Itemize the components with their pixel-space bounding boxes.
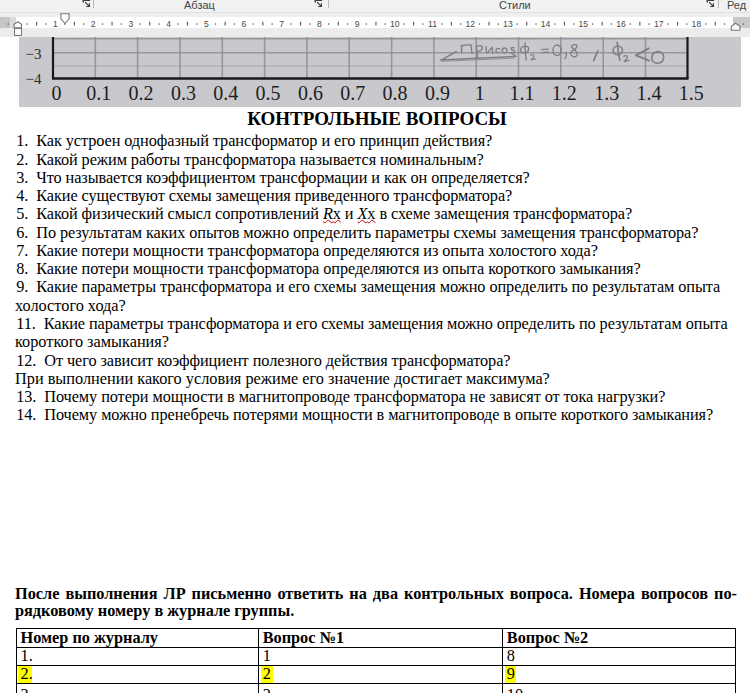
svg-text:0.1: 0.1 [86,82,111,104]
svg-text:3: 3 [129,19,134,29]
svg-text:0: 0 [52,82,62,104]
svg-text:1: 1 [475,82,485,104]
svg-text:11: 11 [428,19,437,29]
svg-text:0.8: 0.8 [383,82,408,104]
svg-text:1: 1 [53,19,58,29]
svg-text:7: 7 [279,19,284,29]
svg-text:8: 8 [317,19,322,29]
svg-text:0.6: 0.6 [298,82,323,104]
svg-text:1.1: 1.1 [510,82,535,104]
svg-text:1.3: 1.3 [594,82,619,104]
svg-text:0.4: 0.4 [213,82,238,104]
svg-text:4: 4 [166,19,171,29]
svg-text:14: 14 [541,19,551,29]
svg-text:18: 18 [692,19,702,29]
svg-text:−4: −4 [26,71,42,87]
svg-text:0.7: 0.7 [340,82,365,104]
svg-text:12: 12 [465,19,475,29]
svg-text:−3: −3 [26,45,42,61]
svg-text:10: 10 [390,19,400,29]
svg-text:15: 15 [579,19,589,29]
svg-text:0.2: 0.2 [129,82,154,104]
svg-text:17: 17 [654,19,664,29]
svg-text:1.4: 1.4 [637,82,662,104]
svg-text:5: 5 [204,19,209,29]
svg-text:6: 6 [242,19,247,29]
svg-text:1.5: 1.5 [679,82,704,104]
svg-text:2: 2 [91,19,96,29]
svg-text:1.2: 1.2 [552,82,577,104]
svg-text:0.5: 0.5 [256,82,281,104]
svg-text:9: 9 [355,19,360,29]
svg-text:13: 13 [503,19,513,29]
svg-text:0.9: 0.9 [425,82,450,104]
svg-text:0.3: 0.3 [171,82,196,104]
svg-text:16: 16 [616,19,626,29]
